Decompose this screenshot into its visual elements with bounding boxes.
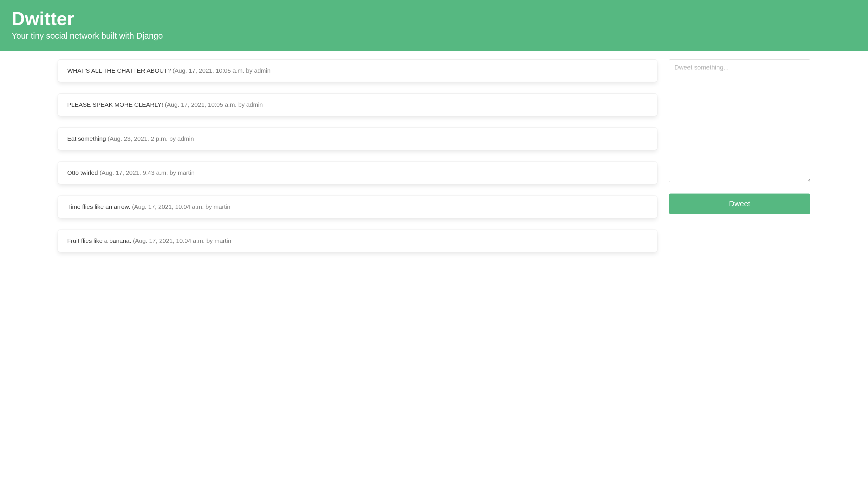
dweet-meta: (Aug. 17, 2021, 9:43 a.m. by martin: [99, 169, 194, 176]
dweet-card: Time flies like an arrow. (Aug. 17, 2021…: [58, 196, 657, 218]
dweet-meta: (Aug. 23, 2021, 2 p.m. by admin: [107, 135, 194, 142]
dweet-text: Time flies like an arrow.: [67, 203, 132, 210]
dweet-card: PLEASE SPEAK MORE CLEARLY! (Aug. 17, 202…: [58, 93, 657, 116]
dweet-meta: (Aug. 17, 2021, 10:04 a.m. by martin: [132, 203, 230, 210]
dweet-meta: (Aug. 17, 2021, 10:05 a.m. by admin: [173, 67, 271, 74]
app-subtitle: Your tiny social network built with Djan…: [11, 31, 857, 41]
dweet-meta: (Aug. 17, 2021, 10:05 a.m. by admin: [165, 101, 263, 108]
compose-sidebar: Dweet: [669, 59, 810, 214]
page-header: Dwitter Your tiny social network built w…: [0, 0, 868, 51]
main-content: WHAT'S ALL THE CHATTER ABOUT? (Aug. 17, …: [0, 51, 868, 261]
dweet-card: WHAT'S ALL THE CHATTER ABOUT? (Aug. 17, …: [58, 59, 657, 82]
dweet-text: Fruit flies like a banana.: [67, 237, 133, 244]
dweet-text: Otto twirled: [67, 169, 99, 176]
dweet-text: Eat something: [67, 135, 107, 142]
dweet-meta: (Aug. 17, 2021, 10:04 a.m. by martin: [133, 237, 231, 244]
dweet-feed: WHAT'S ALL THE CHATTER ABOUT? (Aug. 17, …: [58, 59, 657, 252]
app-title: Dwitter: [11, 9, 857, 29]
dweet-card: Eat something (Aug. 23, 2021, 2 p.m. by …: [58, 128, 657, 150]
dweet-card: Fruit flies like a banana. (Aug. 17, 202…: [58, 230, 657, 252]
dweet-text: PLEASE SPEAK MORE CLEARLY!: [67, 101, 165, 108]
dweet-input[interactable]: [669, 59, 810, 182]
dweet-card: Otto twirled (Aug. 17, 2021, 9:43 a.m. b…: [58, 162, 657, 184]
dweet-text: WHAT'S ALL THE CHATTER ABOUT?: [67, 67, 173, 74]
dweet-button[interactable]: Dweet: [669, 194, 810, 214]
